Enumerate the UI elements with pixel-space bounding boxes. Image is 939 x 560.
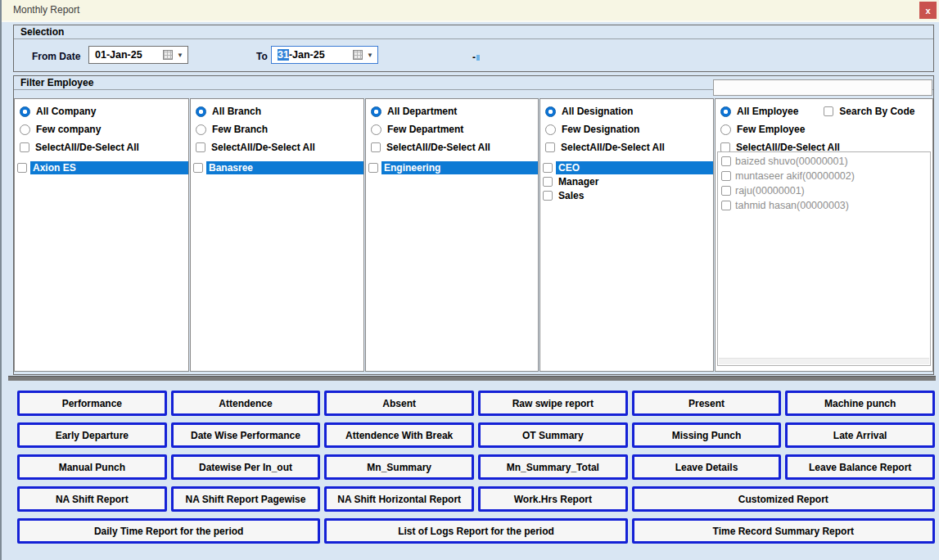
mn-summary-total-button[interactable]: Mn_Summary_Total <box>478 454 628 480</box>
branch-selectall-option[interactable]: SelectAll/De-Select All <box>191 138 363 156</box>
customized-report-button[interactable]: Customized Report <box>632 486 935 512</box>
machine-punch-button[interactable]: Machine punch <box>785 391 935 416</box>
all-designation-option[interactable]: All Designation <box>540 102 713 120</box>
department-item-checkbox[interactable] <box>368 163 378 173</box>
na-shift-horizontal-report-button[interactable]: NA Shift Horizontal Report <box>324 486 474 512</box>
attendence-with-break-button[interactable]: Attendence With Break <box>324 422 474 448</box>
department-selectall-option[interactable]: SelectAll/De-Select All <box>366 138 538 156</box>
few-branch-radio[interactable] <box>196 124 206 135</box>
missing-punch-button[interactable]: Missing Punch <box>632 422 782 448</box>
few-branch-label: Few Branch <box>212 124 268 135</box>
few-employee-option[interactable]: Few Employee <box>716 120 932 138</box>
company-selectall-checkbox[interactable] <box>20 142 29 152</box>
list-item[interactable]: muntaseer akif(00000002) <box>718 169 930 183</box>
list-item[interactable]: baized shuvo(00000001) <box>718 154 930 169</box>
work-hrs-report-button[interactable]: Work.Hrs Report <box>478 486 628 512</box>
all-department-option[interactable]: All Department <box>366 102 538 120</box>
department-selectall-label: SelectAll/De-Select All <box>386 142 490 153</box>
from-date-input[interactable]: 01-Jan-25 ▼ <box>88 46 188 64</box>
raw-swipe-report-button[interactable]: Raw swipe report <box>478 391 628 416</box>
chevron-down-icon[interactable]: ▼ <box>363 52 375 59</box>
list-item[interactable]: tahmid hasan(00000003) <box>718 198 930 213</box>
all-designation-radio[interactable] <box>545 106 556 117</box>
all-branch-option[interactable]: All Branch <box>191 102 363 120</box>
na-shift-report-pagewise-button[interactable]: NA Shift Report Pagewise <box>171 486 321 512</box>
list-item[interactable]: Banasree <box>191 160 363 174</box>
performance-button[interactable]: Performance <box>17 391 167 416</box>
employee-item-checkbox[interactable] <box>721 156 731 166</box>
manual-punch-button[interactable]: Manual Punch <box>17 454 167 480</box>
list-of-logs-report-button[interactable]: List of Logs Report for the period <box>324 518 627 544</box>
list-item[interactable]: Sales <box>540 188 713 202</box>
leave-balance-report-button[interactable]: Leave Balance Report <box>785 454 935 480</box>
ot-summary-button[interactable]: OT Summary <box>478 422 628 448</box>
designation-item-checkbox[interactable] <box>543 191 553 201</box>
date-wise-performance-button[interactable]: Date Wise Performance <box>171 422 321 448</box>
early-departure-button[interactable]: Early Departure <box>17 422 167 448</box>
employee-item-label[interactable]: muntaseer akif(00000002) <box>735 170 855 182</box>
branch-selectall-checkbox[interactable] <box>196 142 205 152</box>
all-company-radio[interactable] <box>20 106 30 117</box>
time-record-summary-report-button[interactable]: Time Record Summary Report <box>632 518 935 544</box>
employee-item-checkbox[interactable] <box>721 201 731 210</box>
all-department-radio[interactable] <box>371 106 381 117</box>
calendar-icon[interactable] <box>163 50 173 60</box>
few-department-radio[interactable] <box>371 124 381 135</box>
mn-summary-button[interactable]: Mn_Summary <box>324 454 474 480</box>
company-item-label[interactable]: Axion ES <box>30 161 188 174</box>
to-date-input[interactable]: 31-Jan-25 ▼ <box>271 46 378 64</box>
list-item[interactable]: Axion ES <box>15 160 188 174</box>
employee-item-label[interactable]: baized shuvo(00000001) <box>735 156 848 167</box>
few-designation-option[interactable]: Few Designation <box>540 120 713 138</box>
designation-item-label[interactable]: CEO <box>556 161 713 174</box>
present-button[interactable]: Present <box>632 391 782 416</box>
title-bar: Monthly Report x <box>2 0 939 22</box>
designation-filter-column: All Designation Few Designation SelectAl… <box>539 98 714 372</box>
few-branch-option[interactable]: Few Branch <box>191 120 363 138</box>
list-item[interactable]: Engineering <box>366 160 538 174</box>
leave-details-button[interactable]: Leave Details <box>632 454 782 480</box>
company-item-checkbox[interactable] <box>17 163 27 173</box>
designation-item-label[interactable]: Sales <box>556 189 713 202</box>
na-shift-report-button[interactable]: NA Shift Report <box>17 486 167 512</box>
all-employee-option[interactable]: All Employee Search By Code <box>716 102 932 120</box>
few-designation-radio[interactable] <box>545 124 556 135</box>
employee-item-checkbox[interactable] <box>721 171 731 181</box>
selection-panel: Selection From Date 01-Jan-25 ▼ To 31-Ja… <box>13 25 934 72</box>
branch-item-label[interactable]: Banasree <box>206 161 363 174</box>
designation-item-label[interactable]: Manager <box>556 175 713 188</box>
late-arrival-button[interactable]: Late Arrival <box>785 422 935 448</box>
designation-selectall-checkbox[interactable] <box>545 142 555 152</box>
branch-item-checkbox[interactable] <box>193 163 203 173</box>
list-item[interactable]: raju(00000001) <box>718 183 930 198</box>
company-selectall-option[interactable]: SelectAll/De-Select All <box>15 138 188 156</box>
employee-search-input[interactable] <box>713 79 932 96</box>
chevron-down-icon[interactable]: ▼ <box>173 52 185 59</box>
employee-item-label[interactable]: raju(00000001) <box>735 185 805 196</box>
employee-item-checkbox[interactable] <box>721 186 731 196</box>
calendar-icon[interactable] <box>353 50 363 60</box>
designation-selectall-option[interactable]: SelectAll/De-Select All <box>540 138 713 156</box>
few-employee-radio[interactable] <box>720 124 731 135</box>
absent-button[interactable]: Absent <box>324 391 474 416</box>
close-icon[interactable]: x <box>919 2 937 19</box>
few-company-radio[interactable] <box>20 124 30 135</box>
all-branch-radio[interactable] <box>196 106 206 117</box>
department-item-label[interactable]: Engineering <box>381 161 538 174</box>
all-company-option[interactable]: All Company <box>15 102 188 120</box>
few-company-option[interactable]: Few company <box>15 120 188 138</box>
attendence-button[interactable]: Attendence <box>171 391 321 416</box>
department-selectall-checkbox[interactable] <box>371 142 381 152</box>
list-item[interactable]: Manager <box>540 174 713 188</box>
daily-time-report-button[interactable]: Daily Time Report for the period <box>17 518 320 544</box>
list-item[interactable]: CEO <box>540 160 713 174</box>
designation-selectall-label: SelectAll/De-Select All <box>561 142 665 153</box>
datewise-per-in-out-button[interactable]: Datewise Per In_out <box>171 454 321 480</box>
designation-item-checkbox[interactable] <box>543 177 553 187</box>
search-by-code-checkbox[interactable] <box>824 106 833 116</box>
designation-item-checkbox[interactable] <box>543 163 553 173</box>
few-department-option[interactable]: Few Department <box>366 120 538 138</box>
horizontal-scrollbar[interactable] <box>719 358 929 364</box>
all-employee-radio[interactable] <box>720 106 731 117</box>
employee-item-label[interactable]: tahmid hasan(00000003) <box>735 200 849 211</box>
